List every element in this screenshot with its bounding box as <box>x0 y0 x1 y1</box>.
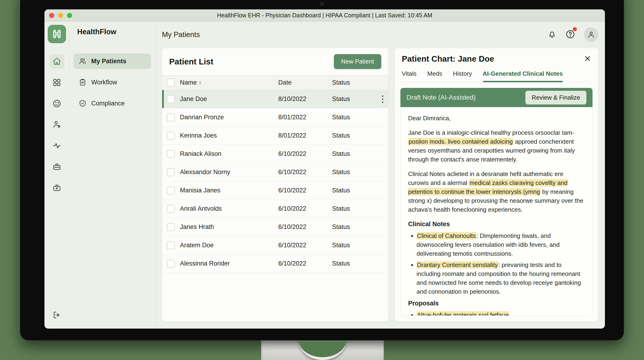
highlighted-text: Altue-hofuler moterain sorl fetfaue <box>416 311 509 316</box>
rail-activity-button[interactable] <box>50 138 64 153</box>
stage: HealthFlow EHR - Physician Dashboard | H… <box>0 0 644 360</box>
patient-date: 6/10/2022 <box>278 205 332 212</box>
user-icon <box>587 31 595 39</box>
new-patient-button[interactable]: New Patient <box>334 54 381 69</box>
sidebar-item-my-patients[interactable]: My Patients <box>74 53 151 69</box>
highlighted-text: Clinical of Cahonoults <box>416 232 476 240</box>
note-paragraph-1: Jane Doe is a inialogic-clinical healthy… <box>408 128 585 164</box>
table-row[interactable]: Danrian Pronze 8/01/2022 Status <box>162 108 388 127</box>
sidebar-item-compliance[interactable]: Compliance <box>74 96 151 111</box>
patient-status: Status <box>332 95 377 103</box>
proposals-heading: Proposals <box>408 299 585 308</box>
table-row[interactable]: Manisia Janes 6/10/2022 Status <box>162 182 388 200</box>
patient-status: Status <box>332 187 377 194</box>
icon-rail <box>44 22 69 329</box>
main-header: My Patients <box>162 22 598 48</box>
patient-name: Danrian Pronze <box>180 114 278 121</box>
rail-medkit-button[interactable] <box>50 181 64 196</box>
help-button[interactable] <box>565 29 576 40</box>
row-menu-button[interactable] <box>377 95 388 103</box>
patient-chart-title: Patient Chart: Jane Doe <box>402 54 494 64</box>
patient-date: 6/10/2022 <box>278 223 332 231</box>
header-actions <box>547 28 598 42</box>
tab-meds[interactable]: Meds <box>427 67 442 82</box>
patient-name: Manisia Janes <box>180 187 278 194</box>
draft-note-title: Draft Note (AI-Assisted) <box>406 94 476 101</box>
row-checkbox[interactable] <box>167 150 175 158</box>
medkit-icon <box>52 184 61 193</box>
patient-date: 6/10/2022 <box>278 150 332 157</box>
patient-chart-panel: Patient Chart: Jane Doe ✕ Vitals Meds Hi… <box>394 48 598 321</box>
rail-home-button[interactable] <box>50 54 64 69</box>
shield-check-icon <box>79 99 86 107</box>
row-checkbox[interactable] <box>167 223 175 231</box>
draft-note-card: Draft Note (AI-Assisted) Review & Finali… <box>400 88 592 316</box>
table-row[interactable]: Raniack Alison 6/10/2022 Status <box>162 145 388 163</box>
tab-ai-clinical-notes[interactable]: AI-Generated Clinical Notes <box>483 67 563 82</box>
select-all-checkbox[interactable] <box>167 79 175 86</box>
table-row[interactable]: Kerinna Joes 8/01/2022 Status <box>162 127 388 145</box>
table-row[interactable]: Alexsandor Norny 6/10/2022 Status <box>162 163 388 182</box>
row-checkbox[interactable] <box>167 205 175 213</box>
rail-grid-button[interactable] <box>50 75 64 90</box>
patient-date: 8/10/2022 <box>278 95 332 103</box>
logout-icon <box>52 310 61 319</box>
close-panel-button[interactable]: ✕ <box>584 55 591 63</box>
app-window: HealthFlow EHR - Physician Dashboard | H… <box>44 9 605 329</box>
column-header-name[interactable]: Name↑ <box>180 79 278 86</box>
patient-status: Status <box>332 150 377 157</box>
column-header-status[interactable]: Status <box>332 79 377 86</box>
table-header: Name↑ Date Status <box>162 75 388 90</box>
monitor-stand <box>261 340 384 360</box>
patient-list-panel: Patient List New Patient Name↑ Date Stat… <box>162 48 388 321</box>
table-row[interactable]: Janes Hrath 6/10/2022 Status <box>162 218 388 236</box>
patient-status: Status <box>332 132 377 139</box>
row-checkbox[interactable] <box>167 113 175 121</box>
tab-vitals[interactable]: Vitals <box>402 67 416 82</box>
nav-sidebar: HealthFlow My Patients Workflow Complian… <box>69 22 156 329</box>
healthflow-logo <box>48 25 66 43</box>
rail-briefcase-button[interactable] <box>50 159 64 174</box>
row-checkbox[interactable] <box>167 95 175 103</box>
review-finalize-button[interactable]: Review & Finalize <box>525 91 586 105</box>
tab-history[interactable]: History <box>453 67 472 82</box>
column-header-date[interactable]: Date <box>278 79 332 86</box>
table-row[interactable]: Anrali Antvolds 6/10/2022 Status <box>162 200 388 218</box>
patient-name: Jane Doe <box>180 95 278 103</box>
page-title: My Patients <box>162 31 200 39</box>
user-settings-icon <box>52 120 61 129</box>
patient-status: Status <box>332 260 377 267</box>
note-bullet: Altue-hofuler moterain sorl fetfaue <box>416 310 585 316</box>
sidebar-item-label: Compliance <box>91 100 125 107</box>
rail-smiley-button[interactable] <box>50 96 64 111</box>
brand-name: HealthFlow <box>77 28 151 36</box>
row-checkbox[interactable] <box>167 260 175 268</box>
sidebar-item-workflow[interactable]: Workflow <box>74 75 151 90</box>
profile-button[interactable] <box>584 28 598 42</box>
draft-note-body[interactable]: Dear Dimrarica, Jane Doe is a inialogic-… <box>400 107 592 316</box>
rail-user-settings-button[interactable] <box>50 117 64 132</box>
clipboard-icon <box>79 78 86 86</box>
note-salutation: Dear Dimrarica, <box>408 114 585 123</box>
sidebar-item-label: Workflow <box>91 79 117 86</box>
patient-name: Aratem Doe <box>180 242 278 249</box>
table-row[interactable]: Alessinna Rorider 6/10/2022 Status <box>162 255 388 273</box>
row-checkbox[interactable] <box>167 168 175 176</box>
row-checkbox[interactable] <box>167 132 175 140</box>
table-row[interactable]: Aratem Doe 6/10/2022 Status <box>162 236 388 255</box>
patient-date: 6/10/2022 <box>278 168 332 176</box>
rail-logout-button[interactable] <box>50 307 64 322</box>
patient-status: Status <box>332 223 377 231</box>
monitor-stand-hole <box>298 340 346 360</box>
notifications-button[interactable] <box>547 30 557 40</box>
activity-icon <box>52 141 61 150</box>
patient-status: Status <box>332 114 377 121</box>
row-checkbox[interactable] <box>167 241 175 249</box>
table-row[interactable]: Jane Doe 8/10/2022 Status <box>162 90 388 108</box>
briefcase-icon <box>52 162 61 171</box>
sidebar-item-label: My Patients <box>91 58 126 65</box>
highlighted-text: Drantary Conterrant senstality <box>416 261 498 269</box>
patient-status: Status <box>332 242 377 249</box>
highlighted-text: poslion mods. liveo contained adoicing <box>408 138 513 145</box>
row-checkbox[interactable] <box>167 187 175 195</box>
